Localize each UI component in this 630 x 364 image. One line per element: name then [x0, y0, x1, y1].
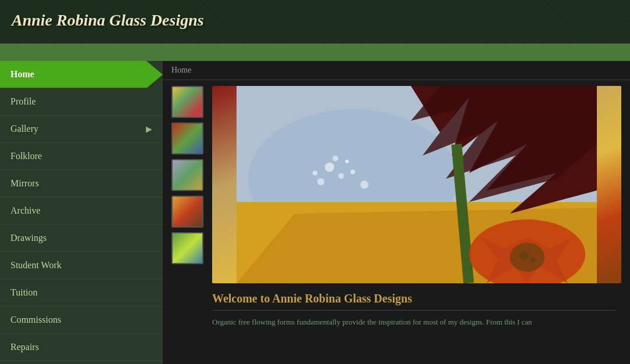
sidebar-item-tuition[interactable]: Tuition: [0, 279, 163, 307]
welcome-text: Organic free flowing forms fundamentally…: [212, 316, 615, 329]
svg-point-9: [313, 171, 317, 175]
sidebar-item-folklore[interactable]: Folklore: [0, 143, 163, 170]
thumbnail-list: [171, 86, 203, 334]
svg-point-2: [325, 163, 334, 172]
svg-point-7: [345, 160, 349, 163]
content-inner: Welcome to Annie Robina Glass Designs Or…: [163, 80, 630, 340]
thumbnail-4[interactable]: [171, 196, 203, 228]
sidebar-item-student-work[interactable]: Student Work: [0, 252, 163, 279]
content-area: Home: [163, 61, 630, 364]
breadcrumb: Home: [163, 61, 630, 80]
main-image: [212, 86, 621, 283]
svg-point-3: [338, 173, 344, 179]
sidebar-item-profile[interactable]: Profile: [0, 88, 163, 116]
svg-point-6: [360, 181, 368, 189]
glass-art-svg: [212, 86, 621, 283]
svg-point-8: [332, 156, 338, 161]
sidebar-item-repairs[interactable]: Repairs: [0, 334, 163, 361]
main-content: Welcome to Annie Robina Glass Designs Or…: [212, 86, 621, 334]
site-title: Annie Robina Glass Designs: [12, 11, 204, 30]
sidebar-item-archive[interactable]: Archive: [0, 197, 163, 225]
svg-point-18: [520, 251, 529, 260]
svg-point-4: [317, 178, 324, 185]
sidebar: Home Profile Gallery ▶ Folklore Mirrors …: [0, 61, 163, 364]
svg-point-5: [350, 170, 355, 174]
chevron-right-icon: ▶: [146, 124, 152, 134]
welcome-section: Welcome to Annie Robina Glass Designs Or…: [212, 283, 621, 334]
thumbnail-5[interactable]: [171, 232, 203, 264]
svg-point-19: [530, 257, 536, 263]
thumbnail-3[interactable]: [171, 159, 203, 191]
sidebar-item-mirrors[interactable]: Mirrors: [0, 170, 163, 197]
welcome-title: Welcome to Annie Robina Glass Designs: [212, 292, 615, 311]
sidebar-item-commissions[interactable]: Commissions: [0, 307, 163, 334]
sidebar-item-home[interactable]: Home: [0, 61, 163, 88]
header: Annie Robina Glass Designs: [0, 0, 630, 44]
thumbnail-1[interactable]: [171, 86, 203, 118]
green-bar: [0, 44, 630, 61]
sidebar-item-drawings[interactable]: Drawings: [0, 225, 163, 252]
thumbnail-2[interactable]: [171, 122, 203, 154]
main-container: Home Profile Gallery ▶ Folklore Mirrors …: [0, 61, 630, 364]
sidebar-item-gallery[interactable]: Gallery ▶: [0, 116, 163, 143]
